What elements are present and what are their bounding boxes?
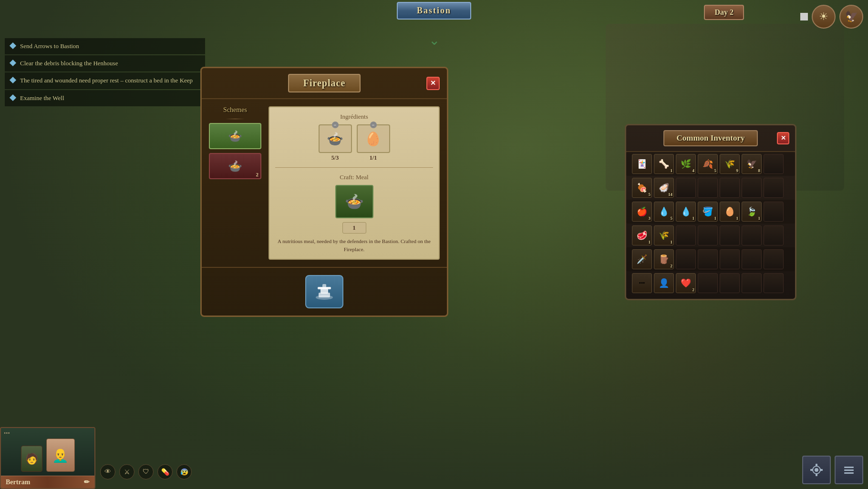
inventory-row-1: 🃏 🦴1 🌿4 🍂5 🌾9 🦅8 — [626, 152, 795, 176]
inventory-header: Common Inventory ✕ — [626, 125, 795, 152]
inv-icon-5: 🌾 — [724, 159, 735, 169]
inv-slot-25[interactable] — [698, 225, 718, 245]
character-face-icon: 👨‍🦲 — [52, 448, 69, 463]
inv-slot-12[interactable] — [720, 178, 740, 198]
character-portrait: ••• 🧑 👨‍🦲 Bertram ✏ — [0, 427, 95, 489]
inv-slot-9[interactable]: 🦪14 — [654, 178, 674, 198]
inv-slot-4[interactable]: 🍂5 — [698, 154, 718, 174]
inv-slot-17[interactable]: 💧1 — [676, 202, 696, 222]
quest-item-4[interactable]: Examine the Well — [5, 90, 205, 106]
sun-icon-button[interactable]: ☀ — [812, 5, 836, 29]
inv-icon-20: 🍃 — [746, 206, 757, 217]
action-icon-1[interactable]: 👁 — [100, 464, 115, 479]
quest-diamond-icon — [10, 77, 16, 83]
menu-icon-button[interactable] — [835, 456, 863, 484]
inv-slot-39[interactable] — [698, 273, 718, 293]
inv-slot-31[interactable] — [676, 249, 696, 269]
inv-slot-42[interactable] — [764, 273, 784, 293]
inv-slot-35[interactable] — [764, 249, 784, 269]
inv-icon-19: 🥚 — [724, 206, 735, 217]
inv-slot-1[interactable]: 🃏 — [632, 154, 652, 174]
quest-item-1[interactable]: Send Arrows to Bastion — [5, 38, 205, 54]
ingredient-slot-1: − 🍲 5/3 — [319, 124, 352, 162]
inv-icon-22: 🥩 — [637, 230, 647, 241]
inv-slot-26[interactable] — [720, 225, 740, 245]
inv-icon-29: 🗡️ — [637, 254, 647, 265]
scheme-count: 2 — [256, 172, 259, 177]
inv-icon-16: 💧 — [659, 206, 669, 217]
inv-slot-6[interactable]: 🦅8 — [742, 154, 762, 174]
inv-slot-28[interactable] — [764, 225, 784, 245]
inv-slot-37[interactable]: 👤 — [654, 273, 674, 293]
inventory-close-button[interactable]: ✕ — [777, 132, 789, 144]
craft-quantity: 1 — [342, 222, 366, 234]
inv-slot-23[interactable]: 🌾1 — [654, 225, 674, 245]
eagle-icon-button[interactable]: 🦅 — [839, 5, 863, 29]
inventory-row-6: ••• 👤 ❤️2 — [626, 271, 795, 299]
inv-slot-19[interactable]: 🥚1 — [720, 202, 740, 222]
inv-slot-21[interactable] — [764, 202, 784, 222]
scheme-item-1[interactable]: 🍲 — [209, 123, 261, 149]
inv-slot-33[interactable] — [720, 249, 740, 269]
inv-slot-7[interactable] — [764, 154, 784, 174]
inv-slot-30[interactable]: 🪵2 — [654, 249, 674, 269]
inv-slot-38[interactable]: ❤️2 — [676, 273, 696, 293]
inv-slot-10[interactable] — [676, 178, 696, 198]
action-icon-2[interactable]: ⚔ — [119, 464, 134, 479]
inv-slot-34[interactable] — [742, 249, 762, 269]
panel-body: Schemes 🍲 🍲 2 Ingrédients − — [202, 99, 447, 267]
inv-slot-11[interactable] — [698, 178, 718, 198]
inv-slot-29[interactable]: 🗡️ — [632, 249, 652, 269]
inv-slot-18[interactable]: 🪣1 — [698, 202, 718, 222]
inv-slot-36[interactable]: ••• — [632, 273, 652, 293]
quest-item-3[interactable]: The tired and wounded need proper rest –… — [5, 72, 205, 89]
chevron-down-icon: ⌄ — [429, 32, 440, 48]
main-portrait[interactable]: 👨‍🦲 — [46, 438, 75, 472]
inv-count-2: 1 — [671, 168, 673, 173]
quest-diamond-icon — [10, 94, 16, 101]
scheme-item-2[interactable]: 🍲 2 — [209, 153, 261, 179]
inv-slot-14[interactable] — [764, 178, 784, 198]
portrait-dots[interactable]: ••• — [4, 430, 10, 437]
bottom-right-icons — [802, 456, 863, 484]
inv-slot-27[interactable] — [742, 225, 762, 245]
craft-button[interactable] — [305, 275, 343, 308]
inv-count-9: 14 — [668, 192, 672, 197]
inv-count-3: 4 — [692, 168, 695, 173]
inv-slot-24[interactable] — [676, 225, 696, 245]
inv-slot-2[interactable]: 🦴1 — [654, 154, 674, 174]
inv-slot-40[interactable] — [720, 273, 740, 293]
inv-slot-3[interactable]: 🌿4 — [676, 154, 696, 174]
companion-portrait[interactable]: 🧑 — [21, 446, 42, 472]
inv-slot-13[interactable] — [742, 178, 762, 198]
quest-item-2[interactable]: Clear the debris blocking the Henhouse — [5, 55, 205, 71]
craft-button-area — [202, 267, 447, 316]
edit-icon[interactable]: ✏ — [84, 478, 90, 486]
close-button[interactable]: ✕ — [426, 77, 440, 90]
ingredient-count-1: 5/3 — [319, 154, 352, 162]
inv-slot-15[interactable]: 🍎3 — [632, 202, 652, 222]
inv-icon-1: 🃏 — [637, 159, 647, 169]
action-icon-3[interactable]: 🛡 — [138, 464, 154, 479]
svg-rect-10 — [820, 469, 823, 471]
inv-count-22: 1 — [649, 240, 651, 244]
ingredient-minus-icon-2[interactable]: − — [370, 122, 377, 128]
inv-slot-20[interactable]: 🍃1 — [742, 202, 762, 222]
inv-count-6: 8 — [758, 168, 761, 173]
craft-output-icon: 🍲 — [345, 193, 364, 211]
ingredients-section: Ingrédients − 🍲 5/3 − 🥚 — [275, 113, 433, 168]
gear-icon-button[interactable] — [802, 456, 831, 484]
ingredient-minus-icon[interactable]: − — [332, 122, 339, 128]
inv-count-23: 1 — [671, 240, 673, 244]
ingredient-box-2: − 🥚 — [357, 124, 390, 153]
top-right-icons: ☀ 🦅 — [800, 5, 863, 29]
panel-title: Fireplace — [288, 74, 361, 92]
inv-slot-5[interactable]: 🌾9 — [720, 154, 740, 174]
inv-slot-16[interactable]: 💧5 — [654, 202, 674, 222]
inv-slot-41[interactable] — [742, 273, 762, 293]
action-icon-5[interactable]: 😰 — [176, 464, 192, 479]
inv-slot-22[interactable]: 🥩1 — [632, 225, 652, 245]
inv-slot-32[interactable] — [698, 249, 718, 269]
action-icon-4[interactable]: 💊 — [157, 464, 173, 479]
inv-slot-8[interactable]: 🍖5 — [632, 178, 652, 198]
